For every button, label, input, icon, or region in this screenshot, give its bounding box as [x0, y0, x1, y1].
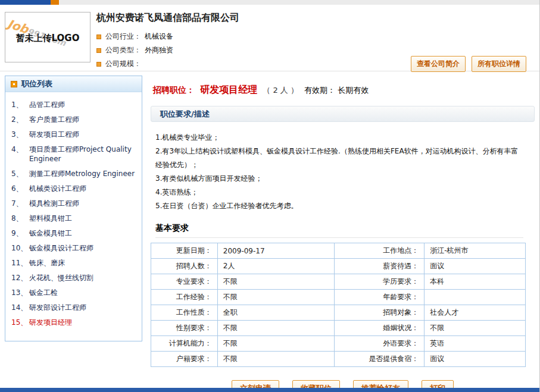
sidebar-job-item[interactable]: 12、火花机、慢丝线切割: [11, 273, 138, 283]
accent-segment-orange: [51, 0, 59, 5]
validity-label: 有效期：: [304, 86, 335, 95]
accent-segment-blue: [0, 0, 51, 5]
company-industry-row: 公司行业： 机械设备: [96, 30, 539, 43]
basic-requirements-header: 基本要求: [155, 222, 523, 238]
accent-segment-gray: [59, 0, 539, 5]
job-title: 研发项目经理: [200, 84, 257, 95]
validity-value: 长期有效: [338, 86, 369, 95]
list-bullet-icon: [11, 81, 17, 87]
job-list-sidebar: 职位列表 1、品管工程师 2、客户质量工程师 3、研发项目工程师 4、项目质量工…: [5, 76, 142, 341]
job-list-title: 职位列表: [21, 79, 52, 89]
company-type-row: 公司类型： 外商独资: [96, 43, 539, 57]
page: Job991.com 暂未上传LOGO 杭州安费诺飞凤通信部品有限公司 公司行业…: [0, 0, 540, 392]
sidebar-job-item[interactable]: 13、钣金工检: [11, 288, 138, 297]
table-row: 户籍要求： 不限 是否提供食宿： 面议: [151, 352, 526, 367]
table-row: 性别要求： 不限 婚姻状况： 不限: [151, 321, 526, 336]
table-row: 工作性质： 全职 招聘对象： 社会人才: [151, 305, 526, 321]
bullet-icon: [96, 48, 101, 53]
requirements-table: 更新日期： 2009-09-17 工作地点： 浙江-杭州市 招聘人数： 2人 薪…: [151, 243, 526, 367]
sidebar-job-item[interactable]: 8、塑料模具钳工: [11, 214, 138, 223]
sidebar-job-item[interactable]: 3、研发项目工程师: [11, 130, 138, 139]
sidebar-job-item[interactable]: 10、钣金模具设计工程师: [11, 243, 138, 253]
sidebar-job-item[interactable]: 2、客户质量工程师: [11, 115, 138, 124]
job-count: （ 2 人 ）: [263, 86, 298, 95]
view-company-profile-button[interactable]: 查看公司简介: [411, 56, 466, 72]
sidebar-job-item[interactable]: 11、铣床、磨床: [11, 258, 138, 268]
sidebar-job-item[interactable]: 1、品管工程师: [11, 100, 138, 109]
company-logo-placeholder: Job991.com 暂未上传LOGO: [5, 12, 90, 62]
company-name: 杭州安费诺飞凤通信部品有限公司: [96, 12, 539, 24]
sidebar-job-item[interactable]: 4、项目质量工程师Project Quality Engineer: [11, 145, 138, 164]
content: 职位列表 1、品管工程师 2、客户质量工程师 3、研发项目工程师 4、项目质量工…: [0, 71, 539, 392]
sidebar-job-item-current[interactable]: 15、研发项目经理: [11, 318, 138, 327]
header-buttons: 查看公司简介 所有职位详情: [411, 56, 526, 72]
sidebar-job-item[interactable]: 9、钣金模具钳工: [11, 228, 138, 238]
table-row: 工作经验： 不限 年龄要求：: [151, 290, 526, 305]
sidebar-job-item[interactable]: 6、机械类设计工程师: [11, 184, 138, 193]
job-detail-panel: 招聘职位： 研发项目经理 （ 2 人 ） 有效期： 长期有效 职位要求/描述 1…: [142, 76, 535, 392]
description-line: 2.有3年以上结构设计或塑料模具、钣金模具设计工作经验.（熟练使用相关FEA软件…: [155, 145, 520, 172]
job-description: 1.机械类专业毕业； 2.有3年以上结构设计或塑料模具、钣金模具设计工作经验.（…: [155, 131, 520, 213]
table-row: 计算机能力： 不限 外语要求： 英语: [151, 336, 526, 352]
bullet-icon: [96, 62, 101, 67]
table-row: 更新日期： 2009-09-17 工作地点： 浙江-杭州市: [151, 243, 526, 259]
description-line: 5.在日资（台资）企业工作经验者优先考虑。: [155, 199, 520, 213]
top-accent-bar: [0, 0, 539, 5]
description-line: 3.有类似机械方面项目开发经验；: [155, 172, 520, 186]
bottom-accent-bar: [0, 388, 539, 392]
all-positions-button[interactable]: 所有职位详情: [472, 56, 526, 72]
table-row: 招聘人数： 2人 薪资待遇： 面议: [151, 259, 526, 274]
company-header: Job991.com 暂未上传LOGO 杭州安费诺飞凤通信部品有限公司 公司行业…: [0, 5, 539, 71]
sidebar-job-item[interactable]: 5、测量工程师Metrology Engineer: [11, 169, 138, 178]
logo-placeholder-text: 暂未上传LOGO: [5, 33, 90, 44]
sidebar-job-item[interactable]: 7、模具检测工程师: [11, 199, 138, 208]
job-title-line: 招聘职位： 研发项目经理 （ 2 人 ） 有效期： 长期有效: [153, 84, 535, 96]
job-label: 招聘职位：: [153, 85, 195, 95]
job-list: 1、品管工程师 2、客户质量工程师 3、研发项目工程师 4、项目质量工程师Pro…: [5, 92, 142, 341]
job-list-header: 职位列表: [5, 76, 142, 92]
description-line: 4.英语熟练；: [155, 186, 520, 199]
bullet-icon: [96, 35, 101, 39]
job-description-section-header: 职位要求/描述: [151, 106, 535, 122]
table-row: 专业要求： 不限 学历要求： 本科: [151, 274, 526, 290]
sidebar-job-item[interactable]: 14、研发部设计工程师: [11, 303, 138, 312]
description-line: 1.机械类专业毕业；: [155, 131, 520, 145]
